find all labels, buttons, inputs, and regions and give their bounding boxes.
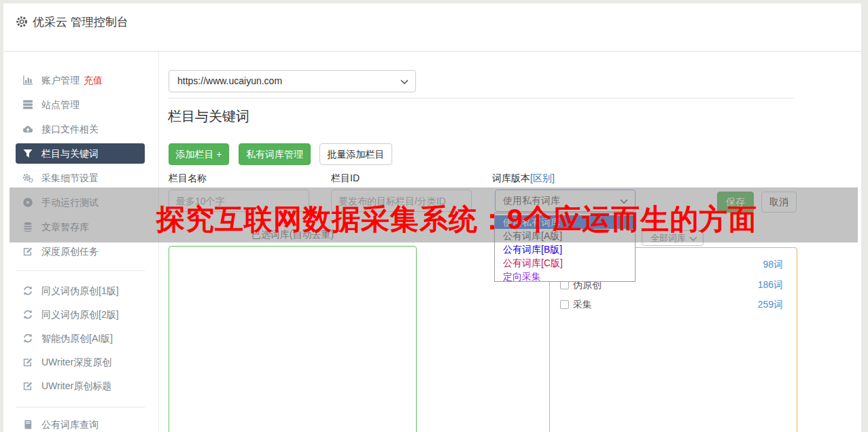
- thesaurus-word-count: 259词: [758, 299, 783, 311]
- version-label: 词库版本[区别]: [492, 173, 555, 185]
- dropdown-option-targeted[interactable]: 定向采集: [495, 270, 635, 283]
- site-select-value: https://www.ucaiyun.com: [177, 75, 282, 86]
- sidebar-item-uwriter-deep[interactable]: UWriter深度原创: [16, 352, 145, 372]
- add-column-button[interactable]: 添加栏目 +: [169, 143, 229, 165]
- sidebar-item-synonym-v2[interactable]: 同义词伪原创[2版]: [16, 304, 145, 325]
- dropdown-option-public-b[interactable]: 公有词库[B版]: [495, 242, 635, 256]
- edit-icon: [22, 380, 33, 391]
- edit-icon: [22, 246, 33, 257]
- funnel-icon: [22, 148, 33, 159]
- recharge-link[interactable]: 充值: [84, 75, 103, 86]
- sidebar-item-label: UWriter原创标题: [41, 376, 111, 396]
- sidebar-item-sites[interactable]: 站点管理: [16, 94, 145, 115]
- sidebar-item-label: 账户管理: [41, 75, 80, 86]
- version-diff-link[interactable]: [区别]: [530, 173, 555, 183]
- column-id-label: 栏目ID: [331, 173, 360, 185]
- gears-icon: [22, 173, 33, 183]
- refresh-icon: [22, 309, 33, 320]
- sidebar-item-interface-files[interactable]: 接口文件相关: [16, 119, 145, 139]
- sidebar-item-label: 栏目与关键词: [41, 143, 99, 164]
- batch-add-button[interactable]: 批量添加栏目: [319, 143, 392, 165]
- sidebar-item-label: 采集细节设置: [41, 168, 99, 188]
- sidebar-item-ai-rewrite[interactable]: 智能伪原创[AI版]: [16, 328, 145, 348]
- thesaurus-row: 采集 259词: [550, 298, 797, 314]
- refresh-icon: [22, 333, 33, 344]
- sidebar-item-label: 同义词伪原创[1版]: [41, 281, 119, 301]
- selected-thesaurus-box: [169, 246, 417, 432]
- sidebar-divider: [16, 270, 145, 271]
- edit-icon: [22, 357, 33, 367]
- site-select[interactable]: https://www.ucaiyun.com: [169, 70, 416, 92]
- gear-icon: [15, 15, 29, 29]
- server-icon: [22, 99, 33, 110]
- sidebar-item-collect-settings[interactable]: 采集细节设置: [16, 168, 145, 188]
- private-thesaurus-button[interactable]: 私有词库管理: [239, 143, 311, 165]
- sidebar-item-deep-original-task[interactable]: 深度原创任务: [16, 241, 145, 262]
- app-title: 优采云 管理控制台: [33, 14, 128, 30]
- cloud-upload-icon: [22, 124, 33, 134]
- sidebar-item-label: 深度原创任务: [41, 241, 99, 262]
- dropdown-option-public-c[interactable]: 公有词库[C版]: [495, 256, 635, 270]
- refresh-icon: [22, 285, 33, 296]
- sidebar-item-label: 智能伪原创[AI版]: [41, 328, 113, 348]
- sidebar-item-label: 站点管理: [41, 94, 80, 115]
- watermark-headline: 探究互联网数据采集系统：9个应运而生的方面: [156, 200, 757, 238]
- sidebar-item-label: 接口文件相关: [41, 119, 99, 139]
- thesaurus-row-label: 采集: [573, 299, 592, 311]
- sidebar-item-synonym-v1[interactable]: 同义词伪原创[1版]: [16, 281, 145, 301]
- divider: [169, 98, 793, 98]
- sidebar-item-uwriter-title[interactable]: UWriter原创标题: [16, 376, 145, 396]
- book-icon: [22, 419, 33, 430]
- column-name-label: 栏目名称: [169, 173, 207, 185]
- thesaurus-word-count: 98词: [763, 259, 783, 271]
- sidebar-item-label: 公有词库查询: [41, 414, 99, 432]
- sidebar-item-label: 同义词伪原创[2版]: [41, 304, 119, 325]
- bar-chart-icon: [22, 75, 33, 86]
- page-title: 栏目与关键词: [168, 107, 249, 126]
- thesaurus-word-count: 186词: [758, 279, 783, 291]
- sidebar-item-public-thesaurus-query[interactable]: 公有词库查询: [16, 414, 145, 432]
- app-header: 优采云 管理控制台: [3, 3, 861, 52]
- chevron-down-icon: [400, 79, 409, 84]
- sidebar-item-label: UWriter深度原创: [41, 352, 111, 372]
- sidebar-item-account[interactable]: 账户管理充值: [16, 70, 145, 90]
- sidebar-divider: [16, 407, 145, 408]
- page: 优采云 管理控制台 账户管理充值 站点管理 接口文件相关 栏目与关键词: [0, 0, 868, 432]
- checkbox[interactable]: [560, 300, 569, 309]
- sidebar-item-columns-keywords[interactable]: 栏目与关键词: [16, 143, 145, 164]
